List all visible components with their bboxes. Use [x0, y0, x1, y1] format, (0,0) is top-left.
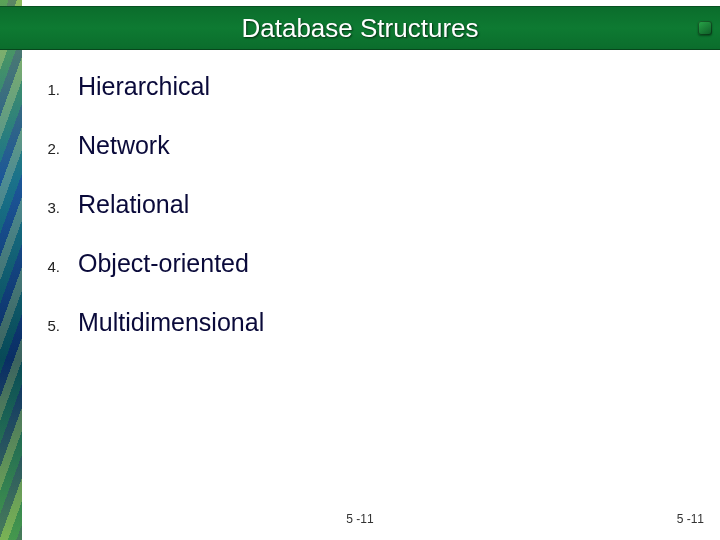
list-item: 3. Relational	[38, 190, 700, 219]
content-area: 1. Hierarchical 2. Network 3. Relational…	[38, 72, 700, 490]
list-item: 4. Object-oriented	[38, 249, 700, 278]
list-number: 5.	[38, 317, 60, 334]
decorative-left-strip	[0, 0, 22, 540]
list-number: 1.	[38, 81, 60, 98]
list-number: 4.	[38, 258, 60, 275]
numbered-list: 1. Hierarchical 2. Network 3. Relational…	[38, 72, 700, 337]
slide: Database Structures 1. Hierarchical 2. N…	[0, 0, 720, 540]
list-label: Hierarchical	[78, 72, 210, 101]
title-bar: Database Structures	[0, 6, 720, 50]
footer-slide-number-right: 5 -11	[677, 512, 704, 526]
list-label: Object-oriented	[78, 249, 249, 278]
list-label: Relational	[78, 190, 189, 219]
list-number: 2.	[38, 140, 60, 157]
footer-slide-number-center: 5 -11	[346, 512, 373, 526]
list-number: 3.	[38, 199, 60, 216]
list-item: 1. Hierarchical	[38, 72, 700, 101]
list-label: Network	[78, 131, 170, 160]
title-corner-ornament	[698, 21, 712, 35]
list-label: Multidimensional	[78, 308, 264, 337]
list-item: 5. Multidimensional	[38, 308, 700, 337]
slide-title: Database Structures	[241, 13, 478, 44]
list-item: 2. Network	[38, 131, 700, 160]
